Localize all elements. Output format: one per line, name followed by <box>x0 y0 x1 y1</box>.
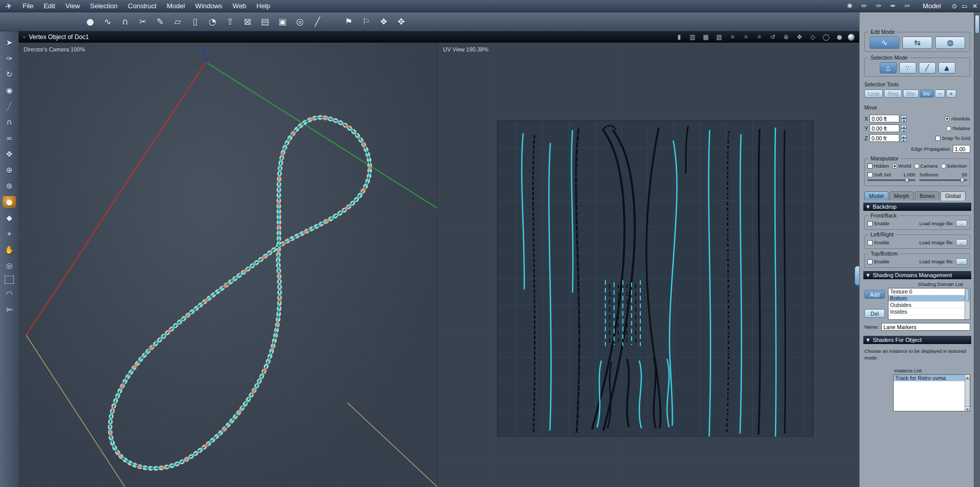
relative-radio[interactable] <box>946 126 951 131</box>
shaded-sphere-icon[interactable]: ◉ <box>3 84 16 96</box>
shield-smooth-icon[interactable]: ⍟ <box>754 33 764 41</box>
edit-mode-subdivision-button[interactable]: ◍ <box>935 37 965 49</box>
wireframe-shade-icon[interactable]: ◇ <box>808 33 818 41</box>
extrude-tool-icon[interactable]: ⇧ <box>222 14 238 29</box>
scrollbar-thumb[interactable] <box>966 289 969 301</box>
loop-select-button[interactable]: Loop <box>864 89 883 98</box>
stepper-down-icon[interactable]: ▼ <box>901 119 907 122</box>
scissors-tool-icon[interactable]: ✄ <box>3 304 16 316</box>
delete-domain-button[interactable]: Del <box>864 309 885 318</box>
move-z-input[interactable] <box>870 134 899 142</box>
select-arrow-icon[interactable]: ➤ <box>3 37 16 48</box>
menu-windows[interactable]: Windows <box>190 1 228 11</box>
uv-viewport-canvas[interactable] <box>438 43 859 487</box>
bezier-pen-icon[interactable]: ✑ <box>3 52 16 64</box>
box-tool-icon[interactable]: ▣ <box>274 14 290 29</box>
layout-quad-icon[interactable]: ▦ <box>701 33 711 41</box>
cylinder-tool-icon[interactable]: ▯ <box>187 14 203 29</box>
stack-tool-icon[interactable]: ▤ <box>257 14 273 29</box>
menu-file[interactable]: File <box>17 1 39 11</box>
layout-single-icon[interactable]: ▮ <box>674 33 684 41</box>
textured-shade-icon[interactable] <box>848 34 855 41</box>
flat-shade-icon[interactable]: ◯ <box>821 33 831 41</box>
move-tool-icon[interactable]: ✥ <box>3 148 16 160</box>
shrink-select-button[interactable]: − <box>935 89 945 98</box>
add-domain-button[interactable]: Add <box>864 290 885 299</box>
polygon-tool-icon[interactable]: ▱ <box>170 14 186 29</box>
domain-name-input[interactable] <box>881 323 970 331</box>
camera-viewport-canvas[interactable] <box>19 43 437 487</box>
draw-polyline-icon[interactable]: ✎ <box>152 14 168 29</box>
tab-model[interactable]: Model <box>864 191 889 201</box>
flag-alt-tool-icon[interactable]: ⚐ <box>358 14 374 29</box>
edge-propagation-input[interactable] <box>953 145 970 153</box>
delete-face-icon[interactable]: ⊠ <box>239 14 255 29</box>
camera-viewport[interactable]: Director's Camera 100% <box>19 43 437 487</box>
shield-wire-icon[interactable]: ⍟ <box>728 33 737 41</box>
magnet-tool-icon[interactable]: ∩ <box>3 116 16 128</box>
list-item[interactable]: Texture 0 <box>889 288 970 295</box>
panel-collapse-handle[interactable] <box>855 266 860 285</box>
cross-tool-icon[interactable]: ✥ <box>393 14 409 29</box>
tab-global[interactable]: Global <box>940 191 965 201</box>
arc-tool-icon[interactable]: ◔ <box>205 14 220 29</box>
zoom-tool-icon[interactable]: ◎ <box>3 260 16 272</box>
shears-tool-icon[interactable]: ✂ <box>900 2 915 10</box>
rotate-tool-icon[interactable]: ⊛ <box>3 180 16 192</box>
sphere-brush-icon[interactable]: ● <box>3 196 16 208</box>
menu-selection[interactable]: Selection <box>85 1 122 11</box>
world-radio[interactable] <box>892 164 897 169</box>
snap-to-grid-checkbox[interactable] <box>935 136 940 141</box>
camera-tool-icon[interactable]: ⌖ <box>3 228 16 240</box>
close-button[interactable]: ✕ <box>970 3 980 10</box>
move-y-input[interactable] <box>870 124 899 132</box>
pivot-view-icon[interactable]: ⊕ <box>781 33 791 41</box>
stepper-up-icon[interactable]: ▲ <box>901 125 907 129</box>
spray-tool-icon[interactable]: ✱ <box>843 2 857 10</box>
blade-tool-icon[interactable]: ╱ <box>309 14 325 29</box>
cube-tool-icon[interactable]: ◆ <box>3 212 16 224</box>
list-item[interactable]: Outsides <box>889 302 970 309</box>
camera-radio[interactable] <box>914 164 919 169</box>
panel-scrollbar-thumb[interactable] <box>975 15 979 33</box>
soft-selection-checkbox[interactable] <box>867 172 873 177</box>
menu-model[interactable]: Model <box>161 1 190 11</box>
maximize-button[interactable]: ▭ <box>959 3 970 10</box>
lasso-select-icon[interactable]: ◠ <box>3 288 16 300</box>
marquee-select-icon[interactable]: ▢ <box>5 276 14 284</box>
shaders-for-object-header[interactable]: ▼ Shaders For Object <box>863 336 971 344</box>
domain-list-scrollbar[interactable] <box>965 288 970 319</box>
shield-flat-icon[interactable]: ⍟ <box>741 33 751 41</box>
menu-edit[interactable]: Edit <box>39 1 60 11</box>
left-right-browse-button[interactable]: ... <box>956 239 967 246</box>
subdivide-tool-icon[interactable]: ◎ <box>292 14 308 29</box>
list-item[interactable]: Bottom <box>889 295 970 302</box>
menu-construct[interactable]: Construct <box>123 1 162 11</box>
brush-tool-icon[interactable]: ✑ <box>872 2 886 10</box>
stepper-down-icon[interactable]: ▼ <box>901 129 907 132</box>
move-widget-icon[interactable]: ✥ <box>794 33 804 41</box>
orbit-view-icon[interactable]: ↺ <box>768 33 778 41</box>
stepper-up-icon[interactable]: ▲ <box>901 135 907 138</box>
weld-tool-icon[interactable]: ∩ <box>117 14 133 29</box>
move-x-stepper[interactable]: ▲ ▼ <box>901 115 907 122</box>
menu-web[interactable]: Web <box>228 1 252 11</box>
pencil-tool-icon[interactable]: ✏ <box>857 2 872 10</box>
front-back-enable-checkbox[interactable] <box>867 221 873 226</box>
pan-hand-icon[interactable]: ✋ <box>3 244 16 256</box>
softness-slider[interactable] <box>919 177 967 183</box>
backdrop-header[interactable]: ▼ Backdrop <box>863 203 971 211</box>
ornament-tool-icon[interactable]: ❖ <box>376 14 392 29</box>
scale-tool-icon[interactable]: ⊕ <box>3 164 16 176</box>
instance-list[interactable]: Track for Retro uvma ▲ ▼ <box>893 374 970 411</box>
shading-domains-header[interactable]: ▼ Shading Domains Management <box>863 271 971 279</box>
front-back-browse-button[interactable]: ... <box>956 220 967 227</box>
move-x-input[interactable] <box>870 115 899 122</box>
top-bottom-browse-button[interactable]: ... <box>956 258 967 265</box>
list-item[interactable]: Insides <box>889 309 970 315</box>
link-tool-icon[interactable]: ∞ <box>3 132 16 144</box>
face-mode-button[interactable]: ▲ <box>938 62 955 74</box>
top-bottom-enable-checkbox[interactable] <box>867 259 873 264</box>
left-right-enable-checkbox[interactable] <box>867 240 873 245</box>
cut-tool-icon[interactable]: ✂ <box>135 14 151 29</box>
